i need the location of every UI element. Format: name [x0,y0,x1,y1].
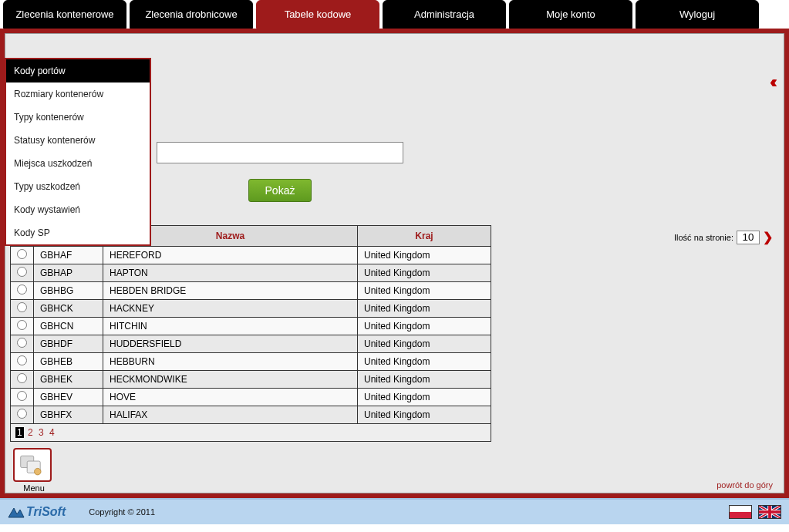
row-select-radio[interactable] [17,320,27,330]
cell-nazwa: HAPTON [103,264,358,282]
dropdown-item[interactable]: Statusy kontenerów [6,129,150,152]
cell-kraj: United Kingdom [358,335,491,353]
cell-kraj: United Kingdom [358,247,491,264]
dropdown-item[interactable]: Typy kontenerów [6,106,150,129]
cell-kraj: United Kingdom [358,264,491,282]
col-kraj[interactable]: Kraj [358,226,491,247]
row-select-radio[interactable] [17,391,27,401]
cell-nazwa: HEBDEN BRIDGE [103,282,358,300]
dropdown-item[interactable]: Kody SP [6,221,150,244]
copyright-text: Copyright © 2011 [89,507,155,517]
cell-kod: GBHAP [34,264,103,282]
main-tab[interactable]: Administracja [383,0,506,29]
svg-rect-9 [759,510,781,513]
table-row: GBHCKHACKNEYUnited Kingdom [11,300,491,318]
row-select-radio[interactable] [17,285,27,295]
pager-page[interactable]: 3 [37,427,46,438]
dropdown-item[interactable]: Kody portów [6,59,150,82]
row-select-radio[interactable] [17,249,27,259]
collapse-icon[interactable]: ‹‹‹ [770,72,773,93]
dropdown-item[interactable]: Rozmiary kontenerów [6,82,150,106]
cell-nazwa: HEREFORD [103,247,358,264]
cell-kod: GBHEB [34,353,103,371]
row-select-radio[interactable] [17,373,27,383]
cell-nazwa: HECKMONDWIKE [103,371,358,389]
svg-rect-4 [730,512,751,518]
cell-kraj: United Kingdom [358,282,491,300]
main-tab[interactable]: Moje konto [509,0,632,29]
cell-nazwa: HITCHIN [103,318,358,335]
table-row: GBHBGHEBDEN BRIDGEUnited Kingdom [11,282,491,300]
table-row: GBHEKHECKMONDWIKEUnited Kingdom [11,371,491,389]
cell-nazwa: HOVE [103,389,358,406]
flag-uk-icon[interactable] [758,505,781,519]
main-tab[interactable]: Zlecenia kontenerowe [3,0,126,29]
dropdown-item[interactable]: Typy uszkodzeń [6,175,150,198]
row-select-radio[interactable] [17,302,27,312]
cell-nazwa: HUDDERSFIELD [103,335,358,353]
cell-kod: GBHEK [34,371,103,389]
table-row: GBHCNHITCHINUnited Kingdom [11,318,491,335]
cell-nazwa: HEBBURN [103,353,358,371]
table-row: GBHAPHAPTONUnited Kingdom [11,264,491,282]
pager-page[interactable]: 4 [48,427,56,438]
perpage-label: Ilość na stronie: [674,233,733,242]
table-row: GBHEVHOVEUnited Kingdom [11,389,491,406]
row-select-radio[interactable] [17,338,27,348]
cell-kod: GBHBG [34,282,103,300]
pager-page[interactable]: 2 [26,427,35,438]
menu-icon[interactable] [13,448,52,482]
cell-kod: GBHEV [34,389,103,406]
cell-kraj: United Kingdom [358,353,491,371]
show-button[interactable]: Pokaż [248,179,312,202]
cell-kod: GBHDF [34,335,103,353]
menu-icon-label: Menu [13,483,55,493]
cell-kraj: United Kingdom [358,318,491,335]
cell-kraj: United Kingdom [358,389,491,406]
table-row: GBHDFHUDDERSFIELDUnited Kingdom [11,335,491,353]
back-to-top-link[interactable]: powrót do góry [717,480,773,490]
pager-page[interactable]: 1 [15,427,24,438]
main-tab[interactable]: Wyloguj [636,0,759,29]
brand-logo: TriSoft [8,505,66,519]
row-select-radio[interactable] [17,267,27,277]
main-tab[interactable]: Tabele kodowe [256,0,379,29]
flag-pl-icon[interactable] [729,505,752,519]
cell-nazwa: HALIFAX [103,406,358,424]
main-tab[interactable]: Zlecenia drobnicowe [130,0,253,29]
row-select-radio[interactable] [17,355,27,365]
cell-kraj: United Kingdom [358,371,491,389]
cell-kraj: United Kingdom [358,406,491,424]
cell-kod: GBHFX [34,406,103,424]
dropdown-item[interactable]: Kody wystawień [6,198,150,221]
cell-kod: GBHCN [34,318,103,335]
table-row: GBHAFHEREFORDUnited Kingdom [11,247,491,264]
table-row: GBHFXHALIFAXUnited Kingdom [11,406,491,424]
cell-kod: GBHAF [34,247,103,264]
cell-kod: GBHCK [34,300,103,318]
svg-rect-3 [730,506,751,512]
svg-point-2 [35,468,42,475]
perpage-input[interactable] [737,231,760,244]
dropdown-item[interactable]: Miejsca uszkodzeń [6,152,150,175]
cell-kraj: United Kingdom [358,300,491,318]
cell-nazwa: HACKNEY [103,300,358,318]
perpage-go-icon[interactable]: ❯ [763,230,773,244]
filter-input[interactable] [157,142,403,163]
table-row: GBHEBHEBBURNUnited Kingdom [11,353,491,371]
row-select-radio[interactable] [17,409,27,419]
